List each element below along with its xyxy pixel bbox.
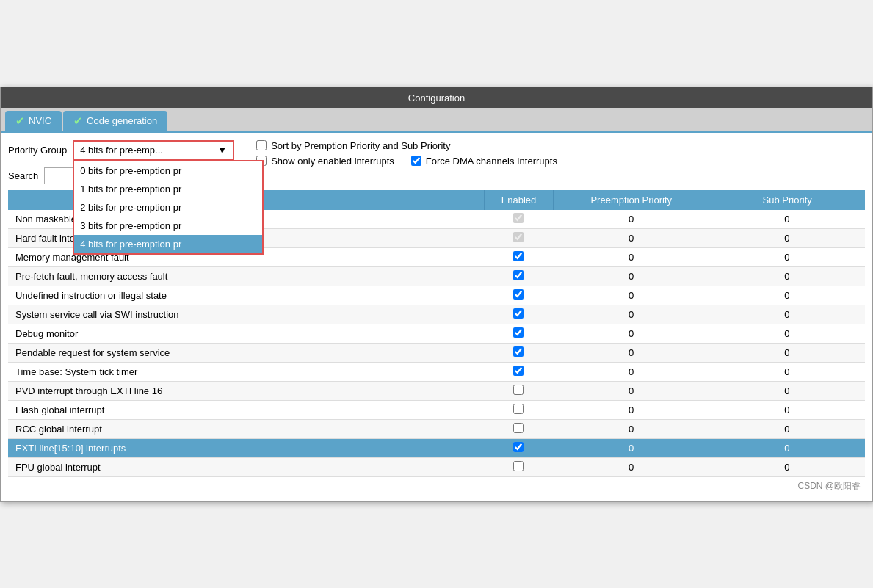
search-label: Search (8, 170, 38, 181)
interrupt-preemption: 0 (554, 419, 709, 438)
content-area: Priority Group 4 bits for pre-emp... ▼ 0… (1, 133, 872, 501)
interrupt-enabled-checkbox[interactable] (513, 327, 524, 338)
interrupt-enabled-checkbox[interactable] (513, 461, 524, 471)
table-row: PVD interrupt through EXTI line 1600 (8, 381, 865, 400)
table-row: Time base: System tick timer00 (8, 362, 865, 381)
table-row: FPU global interrupt00 (8, 457, 865, 476)
interrupt-name: System service call via SWI instruction (8, 305, 484, 324)
dropdown-option-2[interactable]: 2 bits for pre-emption pr (74, 198, 262, 217)
interrupt-enabled-checkbox[interactable] (513, 232, 524, 242)
col-header-sub: Sub Priority (709, 190, 865, 210)
interrupt-enabled-checkbox[interactable] (513, 346, 524, 357)
table-row: System service call via SWI instruction0… (8, 305, 865, 324)
table-row: Debug monitor00 (8, 324, 865, 343)
interrupt-enabled-cell (484, 457, 553, 476)
interrupt-sub-priority: 0 (709, 343, 865, 362)
interrupt-sub-priority: 0 (709, 400, 865, 419)
interrupt-enabled-cell (484, 247, 553, 266)
table-row: Pendable request for system service00 (8, 343, 865, 362)
interrupt-preemption: 0 (554, 266, 709, 286)
interrupt-sub-priority: 0 (709, 362, 865, 381)
priority-group-menu: 0 bits for pre-emption pr 1 bits for pre… (73, 160, 264, 255)
codegen-check-icon: ✔ (73, 115, 83, 128)
show-only-row: Show only enabled interrupts Force DMA c… (256, 156, 557, 167)
tab-codegen-label: Code generation (87, 115, 157, 126)
interrupt-enabled-checkbox[interactable] (513, 404, 524, 414)
interrupt-preemption: 0 (554, 286, 709, 305)
dropdown-option-3[interactable]: 3 bits for pre-emption pr (74, 217, 262, 235)
interrupt-sub-priority: 0 (709, 457, 865, 476)
interrupt-preemption: 0 (554, 210, 709, 229)
title-bar: Configuration (1, 87, 872, 108)
interrupt-sub-priority: 0 (709, 210, 865, 229)
dropdown-option-1[interactable]: 1 bits for pre-emption pr (74, 180, 262, 198)
interrupt-sub-priority: 0 (709, 324, 865, 343)
interrupt-enabled-checkbox[interactable] (513, 423, 524, 433)
interrupt-name: PVD interrupt through EXTI line 16 (8, 381, 484, 400)
interrupt-sub-priority: 0 (709, 286, 865, 305)
interrupt-enabled-cell (484, 324, 553, 343)
interrupt-enabled-checkbox[interactable] (513, 385, 524, 395)
toolbar: Priority Group 4 bits for pre-emp... ▼ 0… (8, 140, 865, 184)
window-title: Configuration (408, 92, 465, 104)
interrupt-name: Pendable request for system service (8, 343, 484, 362)
sort-by-checkbox[interactable] (256, 140, 267, 150)
nvic-check-icon: ✔ (15, 115, 25, 128)
interrupt-preemption: 0 (554, 343, 709, 362)
dropdown-arrow-icon: ▼ (217, 145, 227, 156)
interrupt-enabled-checkbox[interactable] (513, 270, 524, 280)
col-header-enabled: Enabled (484, 190, 553, 210)
interrupt-name: Flash global interrupt (8, 400, 484, 419)
interrupt-enabled-checkbox[interactable] (513, 289, 524, 300)
priority-group-btn[interactable]: 4 bits for pre-emp... ▼ (73, 140, 234, 160)
interrupt-enabled-cell (484, 286, 553, 305)
interrupt-sub-priority: 0 (709, 419, 865, 438)
interrupt-enabled-checkbox[interactable] (513, 442, 524, 452)
interrupt-preemption: 0 (554, 400, 709, 419)
interrupt-enabled-checkbox[interactable] (513, 308, 524, 319)
interrupt-preemption: 0 (554, 457, 709, 476)
tab-bar: ✔ NVIC ✔ Code generation (1, 108, 872, 133)
interrupt-sub-priority: 0 (709, 247, 865, 266)
tab-codegen[interactable]: ✔ Code generation (63, 111, 167, 131)
table-row: Undefined instruction or illegal state00 (8, 286, 865, 305)
interrupt-enabled-cell (484, 419, 553, 438)
col-header-preemption: Preemption Priority (554, 190, 709, 210)
interrupt-enabled-checkbox[interactable] (513, 366, 524, 376)
watermark: CSDN @欧阳睿 (8, 477, 865, 494)
interrupt-enabled-cell (484, 343, 553, 362)
sort-by-label: Sort by Premption Priority and Sub Prior… (271, 140, 450, 151)
interrupt-sub-priority: 0 (709, 381, 865, 400)
priority-group-label: Priority Group (8, 145, 67, 156)
interrupt-name: Time base: System tick timer (8, 362, 484, 381)
interrupt-preemption: 0 (554, 438, 709, 457)
interrupt-name: Undefined instruction or illegal state (8, 286, 484, 305)
interrupt-preemption: 0 (554, 247, 709, 266)
dropdown-option-0[interactable]: 0 bits for pre-emption pr (74, 161, 262, 180)
force-dma-label: Force DMA channels Interrupts (426, 156, 557, 167)
table-row: Pre-fetch fault, memory access fault00 (8, 266, 865, 286)
interrupt-preemption: 0 (554, 381, 709, 400)
interrupt-preemption: 0 (554, 228, 709, 247)
interrupt-enabled-cell (484, 381, 553, 400)
force-dma-checkbox[interactable] (411, 156, 421, 166)
interrupt-name: Debug monitor (8, 324, 484, 343)
interrupt-name: FPU global interrupt (8, 457, 484, 476)
interrupt-sub-priority: 0 (709, 305, 865, 324)
priority-group-row: Priority Group 4 bits for pre-emp... ▼ 0… (8, 140, 234, 160)
interrupt-sub-priority: 0 (709, 228, 865, 247)
table-row: EXTI line[15:10] interrupts00 (8, 438, 865, 457)
interrupt-enabled-cell (484, 305, 553, 324)
table-row: RCC global interrupt00 (8, 419, 865, 438)
sort-by-row: Sort by Premption Priority and Sub Prior… (256, 140, 557, 151)
interrupt-enabled-cell (484, 266, 553, 286)
interrupt-enabled-checkbox[interactable] (513, 213, 524, 223)
interrupt-enabled-checkbox[interactable] (513, 251, 524, 261)
dropdown-option-4[interactable]: 4 bits for pre-emption pr (74, 235, 262, 253)
interrupt-name: RCC global interrupt (8, 419, 484, 438)
table-row: Flash global interrupt00 (8, 400, 865, 419)
priority-group-dropdown[interactable]: 4 bits for pre-emp... ▼ 0 bits for pre-e… (73, 140, 234, 160)
checkboxes-area: Sort by Premption Priority and Sub Prior… (256, 140, 557, 167)
tab-nvic[interactable]: ✔ NVIC (5, 111, 62, 131)
interrupt-sub-priority: 0 (709, 266, 865, 286)
